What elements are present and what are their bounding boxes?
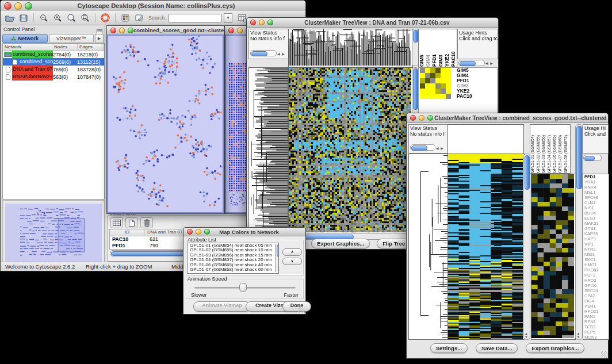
gene-label[interactable]: YSH1 <box>584 304 609 309</box>
matrix-cell[interactable] <box>420 94 425 99</box>
col-header-edges[interactable]: Edges <box>78 44 104 50</box>
gene-label[interactable]: MSL1 <box>584 190 609 195</box>
tv1-column-dendrogram[interactable] <box>288 29 413 67</box>
col-header-id[interactable]: ID <box>110 229 145 236</box>
matrix-cell[interactable] <box>446 68 451 73</box>
column-label[interactable]: GPL51-03 (GSM856) <box>541 125 547 173</box>
column-label[interactable]: PAC10 <box>450 29 457 67</box>
attribute-list[interactable]: GPL51-01 (GSM854) heat shock 05 minGPL51… <box>187 243 279 274</box>
matrix-cell[interactable] <box>435 83 441 89</box>
gene-label[interactable]: RPO21 <box>584 309 609 314</box>
column-label[interactable]: GPL51-01 (GSM854) <box>530 125 536 173</box>
matrix-cell[interactable] <box>441 89 446 94</box>
network-row[interactable]: combined_sco2569(6)13112(15) <box>3 58 104 66</box>
save-data-button[interactable]: Save Data... <box>476 343 518 353</box>
zoom-button[interactable] <box>427 115 433 121</box>
minimize-button[interactable] <box>419 115 424 121</box>
zoom-out-icon[interactable] <box>38 13 49 23</box>
close-button[interactable] <box>250 20 256 25</box>
matrix-cell[interactable] <box>435 78 441 83</box>
matrix-cell[interactable] <box>446 73 451 78</box>
gene-label[interactable]: HAP3 <box>584 236 609 242</box>
matrix-cell[interactable] <box>441 68 446 73</box>
matrix-cell[interactable] <box>435 73 441 78</box>
gene-label[interactable]: GPI16 <box>584 283 609 288</box>
close-button[interactable] <box>4 2 12 10</box>
tv2-vscrollbar[interactable]: ▲▼ <box>523 154 530 340</box>
matrix-cell[interactable] <box>420 68 425 73</box>
gene-label[interactable]: RPN1 <box>584 319 609 324</box>
network-row[interactable]: combined_scores2764(0)16218(0) <box>3 51 104 58</box>
gene-label[interactable]: GTB1 <box>584 226 609 231</box>
animate-vizmap-button[interactable]: Animate Vizmap <box>193 301 251 312</box>
gene-label[interactable]: SPC98 <box>584 195 609 200</box>
gene-label[interactable]: CLN1 <box>584 200 609 205</box>
done-button[interactable]: Done <box>282 301 311 312</box>
tv2-gene-labels[interactable]: PFD1YRA1RNR4MSL1SPC98CLN1NIS1BUD4ELG1MAK… <box>583 174 609 340</box>
select-attributes-icon[interactable] <box>110 217 123 228</box>
column-label[interactable]: GPL51-02 (GSM855) <box>536 125 542 173</box>
gene-label[interactable]: YRA1 <box>584 179 609 185</box>
matrix-cell[interactable] <box>446 83 451 89</box>
network-table-header[interactable]: Network Nodes Edges <box>3 44 104 51</box>
tv2-global-heatmap[interactable] <box>447 154 525 340</box>
close-button[interactable] <box>228 28 234 33</box>
close-button[interactable] <box>410 115 416 121</box>
matrix-cell[interactable] <box>441 73 446 78</box>
vizmap-grid-icon[interactable] <box>120 13 131 23</box>
column-label[interactable]: GIM4 <box>425 29 431 67</box>
delete-attribute-icon[interactable] <box>140 217 153 228</box>
tv1-column-labels[interactable]: GIM5GIM4PFD1GIM3YKE2PAC10 <box>418 29 457 67</box>
tv2-zoom-heatmap[interactable] <box>531 174 576 340</box>
zoom-button[interactable] <box>25 2 32 10</box>
scroll-arrows[interactable]: ◀ ▶ <box>277 51 285 57</box>
tv2-titlebar[interactable]: ClusterMaker TreeView : combined_scores_… <box>407 113 608 123</box>
matrix-cell[interactable] <box>425 89 430 94</box>
matrix-cell[interactable] <box>425 73 430 78</box>
matrix-cell[interactable] <box>420 89 425 94</box>
matrix-cell[interactable] <box>420 78 425 83</box>
gene-label[interactable]: FIG4 <box>584 298 609 304</box>
net1-titlebar[interactable]: combined_scores_good.txt--cluste... <box>107 26 224 35</box>
gene-label[interactable]: HMG1 <box>584 262 609 267</box>
gene-label[interactable]: PUF3 <box>584 273 609 278</box>
gene-label[interactable]: NIS1 <box>584 205 609 210</box>
matrix-cell[interactable] <box>425 94 430 99</box>
tab-overflow-button[interactable]: ▶ <box>95 34 104 43</box>
gene-label[interactable]: PAC10 <box>457 94 495 99</box>
network-canvas-1[interactable] <box>108 36 221 212</box>
gene-label[interactable]: SEC1 <box>584 257 609 262</box>
column-label[interactable]: YKE2 <box>444 29 450 67</box>
matrix-cell[interactable] <box>430 68 435 73</box>
gene-label[interactable]: HRD3 <box>584 278 609 283</box>
column-label[interactable]: GPL51-07 (GSM868) <box>558 125 564 173</box>
export-graphics-button[interactable]: Export Graphics... <box>526 343 584 353</box>
col-header-nodes[interactable]: Nodes <box>52 44 78 50</box>
minimize-button[interactable] <box>196 229 201 235</box>
matrix-cell[interactable] <box>430 73 435 78</box>
column-label[interactable]: GPL51-06 (GSM865) <box>552 125 558 173</box>
gene-label[interactable]: RNR4 <box>584 185 609 190</box>
matrix-cell[interactable] <box>430 83 435 89</box>
matrix-cell[interactable] <box>441 94 446 99</box>
gene-label[interactable]: SEC24 <box>584 288 609 293</box>
matrix-cell[interactable] <box>435 68 441 73</box>
zoom-button[interactable] <box>204 229 210 235</box>
gene-label[interactable]: PFD1 <box>584 174 609 179</box>
tv1-titlebar[interactable]: ClusterMaker TreeView : DNA and Tran 07-… <box>247 18 498 28</box>
matrix-cell[interactable] <box>441 83 446 89</box>
tv1-global-heatmap[interactable] <box>288 67 413 234</box>
search-input[interactable] <box>169 14 221 22</box>
col-header-network[interactable]: Network <box>3 44 52 50</box>
move-down-button[interactable]: ∨ <box>282 258 302 265</box>
matrix-cell[interactable] <box>430 94 435 99</box>
matrix-cell[interactable] <box>446 78 451 83</box>
column-label[interactable]: PFD1 <box>431 29 438 67</box>
matrix-cell[interactable] <box>430 89 435 94</box>
export-graphics-button[interactable]: Export Graphics... <box>311 239 370 248</box>
gene-label[interactable]: PAN1 <box>584 314 609 319</box>
tv2-status-scrollbar[interactable] <box>410 144 435 151</box>
minimize-button[interactable] <box>237 28 243 33</box>
net1-view[interactable] <box>107 35 224 213</box>
move-up-button[interactable]: ∧ <box>282 248 302 256</box>
